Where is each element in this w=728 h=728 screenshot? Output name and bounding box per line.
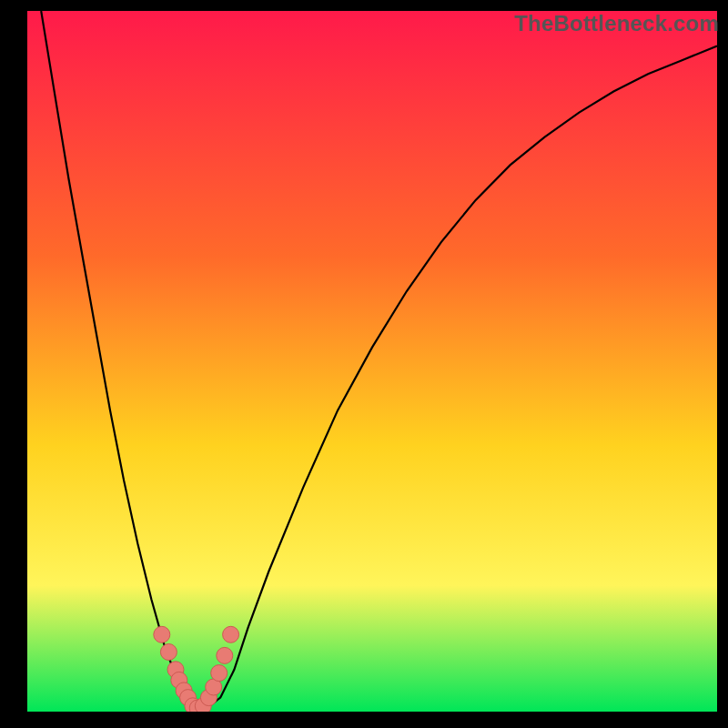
marker-point (211, 665, 228, 682)
marker-point (154, 626, 170, 642)
marker-point (217, 647, 233, 663)
marker-point (223, 626, 239, 642)
marker-point (160, 644, 177, 661)
gradient-background (27, 11, 717, 712)
watermark-label: TheBottleneck.com (514, 11, 719, 36)
bottleneck-chart (27, 11, 717, 712)
plot-area (27, 11, 717, 712)
chart-frame: TheBottleneck.com (0, 0, 728, 728)
